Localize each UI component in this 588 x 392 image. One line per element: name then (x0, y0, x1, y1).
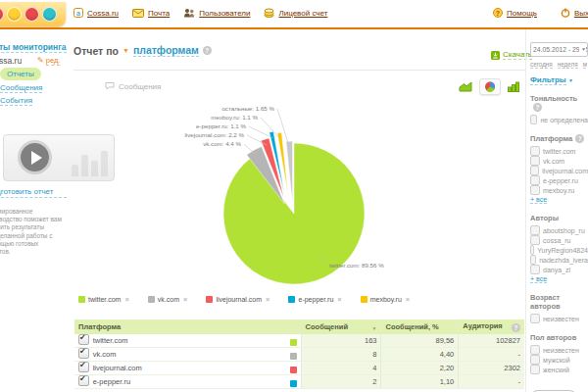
topbar-link-users[interactable]: Пользователи (183, 8, 250, 18)
filter-option[interactable]: vk.com (530, 156, 588, 166)
column-header-messages[interactable]: Сообщений▼ (301, 319, 381, 334)
platform-color-swatch (290, 380, 297, 387)
filters-title[interactable]: Фильтры ▼ (530, 75, 588, 84)
users-icon (183, 8, 195, 18)
sort-icon[interactable]: ▼ (372, 325, 377, 331)
filter-option[interactable]: мужской (530, 355, 588, 365)
filter-option[interactable]: не определена (530, 115, 588, 124)
legend-label: mexboy.ru (370, 296, 402, 303)
filter-option[interactable]: e-pepper.ru (530, 175, 588, 185)
pie-slice-остальные[interactable] (286, 141, 293, 203)
filter-checkbox[interactable] (530, 146, 540, 156)
legend-item-e-pepper.ru[interactable]: e-pepper.ru× (288, 295, 341, 304)
filter-checkbox[interactable] (530, 355, 540, 365)
topbar-link-mail[interactable]: Почта (132, 9, 170, 18)
chart-legend: twitter.com×vk.com×livejournal.com×e-pep… (78, 295, 410, 304)
row-checkbox[interactable] (78, 375, 89, 386)
prepare-report-link[interactable]: Подготовить отчет (0, 187, 67, 198)
filter-checkbox[interactable] (530, 255, 536, 265)
filter-checkbox[interactable] (530, 185, 540, 195)
filter-checkbox[interactable] (530, 235, 540, 245)
period-link-1[interactable]: неделя (558, 61, 578, 69)
close-icon[interactable]: × (266, 295, 270, 304)
legend-label: e-pepper.ru (298, 296, 333, 303)
period-link-2[interactable]: месяц (583, 61, 587, 69)
app-logo[interactable] (0, 2, 66, 26)
filter-section-4: Пол авторовнеизвестенмужскойженский (530, 333, 588, 374)
topbar-link-logout[interactable]: Выход (561, 8, 588, 18)
filter-checkbox[interactable] (530, 265, 540, 274)
close-icon[interactable]: × (183, 295, 187, 304)
help-icon[interactable]: ? (512, 323, 520, 332)
filter-checkbox[interactable] (530, 115, 537, 124)
filter-checkbox[interactable] (530, 225, 540, 235)
filter-option[interactable]: danya_zl (530, 265, 588, 274)
show-all-link[interactable]: + все (530, 275, 547, 283)
legend-label: twitter.com (88, 296, 121, 303)
period-link-0[interactable]: сегодня (530, 61, 553, 69)
date-range-picker[interactable]: 24.05.2012 - 29.05.2012 ▼ (530, 42, 588, 57)
audience-cell: - (459, 375, 524, 389)
audience-cell: 2302 (459, 362, 524, 375)
pie-chart-icon[interactable] (479, 78, 501, 95)
filter-option[interactable]: mexboy.ru (530, 185, 588, 195)
filter-checkbox[interactable] (530, 166, 539, 175)
period-shortcuts: сегоднянеделямесяц (530, 61, 587, 69)
edit-link[interactable]: ред. (46, 56, 61, 66)
help-icon[interactable]: ? (575, 134, 584, 143)
platform-cell: e-pepper.ru (89, 375, 301, 389)
filters-toggle-link[interactable]: Фильтры (530, 75, 566, 85)
topbar-link-label: Cossa.ru (87, 9, 119, 18)
play-icon[interactable] (21, 143, 49, 172)
filter-option[interactable]: женский (530, 365, 588, 374)
legend-item-mexboy.ru[interactable]: mexboy.ru× (361, 295, 411, 304)
sidebar-item-0[interactable]: Отчеты (0, 68, 41, 80)
sidebar-item-2[interactable]: События (0, 96, 32, 106)
topbar-link-help[interactable]: ?Помощь (493, 8, 537, 18)
legend-item-twitter.com[interactable]: twitter.com× (78, 295, 129, 304)
filter-checkbox[interactable] (530, 345, 540, 355)
sidebar-monitoring-link[interactable]: Объекты мониторинга (0, 42, 67, 53)
close-icon[interactable]: × (337, 295, 341, 304)
bar-chart-icon[interactable] (505, 79, 523, 94)
filter-option[interactable]: cossa_ru (530, 235, 588, 245)
pie-chart[interactable]: остальные: 1.65 %mexboy.ru: 1.1 %e-peppe… (74, 101, 529, 296)
filter-option[interactable]: неизвестен (530, 314, 588, 323)
filter-option[interactable]: livejournal.com (530, 166, 588, 175)
show-all-link[interactable]: + все (530, 196, 547, 204)
column-header-audience[interactable]: Аудитория? (459, 319, 524, 334)
filter-option[interactable]: aboutshop_ru (530, 225, 588, 235)
row-checkbox[interactable] (78, 334, 89, 345)
row-checkbox[interactable] (78, 362, 89, 372)
topbar-link-account[interactable]: Лицевой счет (264, 8, 327, 18)
column-header-messages-pct[interactable]: Сообщений, % (381, 319, 459, 334)
legend-item-livejournal.com[interactable]: livejournal.com× (206, 295, 270, 304)
filter-checkbox[interactable] (530, 314, 540, 323)
column-header-platform[interactable]: Платформа (74, 319, 301, 334)
series-toggle[interactable]: Сообщения (105, 81, 161, 92)
row-checkbox[interactable] (78, 348, 89, 359)
filter-option-label: vk.com (543, 158, 564, 165)
filter-option[interactable]: twitter.com (530, 146, 588, 156)
filter-section-title-text: Возраст авторов (530, 293, 561, 311)
tutorial-video-thumbnail[interactable] (3, 134, 115, 181)
sidebar-item-1[interactable]: Сообщения (0, 83, 42, 93)
area-chart-icon[interactable] (456, 79, 475, 94)
close-icon[interactable]: × (124, 295, 128, 304)
legend-item-vk.com[interactable]: vk.com× (148, 295, 188, 304)
filter-option[interactable]: nadezhda_ivera (530, 255, 588, 265)
messages-cell: 2 (301, 375, 381, 389)
help-icon[interactable]: ? (533, 103, 542, 112)
platform-cell: twitter.com (89, 334, 301, 348)
filter-checkbox[interactable] (530, 365, 540, 374)
topbar-link-site[interactable]: aCossa.ru (74, 8, 119, 18)
filter-option[interactable]: неизвестен (530, 345, 588, 355)
filter-option[interactable]: YuryRegion4824 (530, 245, 588, 255)
help-icon[interactable]: ? (203, 46, 212, 55)
filter-checkbox[interactable] (530, 156, 540, 166)
svg-text:?: ? (496, 10, 500, 17)
filter-checkbox[interactable] (530, 175, 540, 185)
report-type-dropdown[interactable]: платформам (133, 44, 199, 57)
filter-checkbox[interactable] (530, 245, 534, 255)
close-icon[interactable]: × (406, 295, 410, 304)
